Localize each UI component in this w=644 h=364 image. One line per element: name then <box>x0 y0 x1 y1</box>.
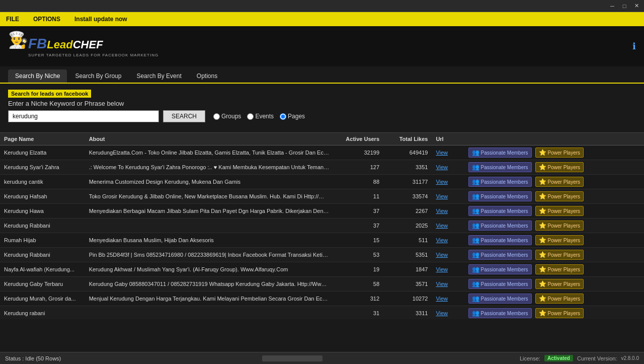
radio-events-input[interactable] <box>247 113 254 120</box>
power-players-button[interactable]: ⭐ Power Players <box>535 221 584 231</box>
cell-url[interactable]: View <box>432 204 462 219</box>
table-row: Kerudung Rabbani Pin Bb 25D84f3f | Sms 0… <box>0 248 644 262</box>
cell-url[interactable]: View <box>432 145 462 160</box>
cell-url[interactable]: View <box>432 248 462 262</box>
passionate-members-button[interactable]: 👥 Passionate Members <box>468 221 532 231</box>
cell-name: Kerudung Gaby Terbaru <box>0 277 85 292</box>
power-label: Power Players <box>548 165 580 170</box>
cell-url[interactable]: View <box>432 160 462 175</box>
cell-url[interactable]: View <box>432 306 462 320</box>
view-link[interactable]: View <box>436 179 448 185</box>
cell-active: 312 <box>333 292 383 306</box>
passionate-label: Passionate Members <box>481 223 528 229</box>
power-players-button[interactable]: ⭐ Power Players <box>535 308 584 318</box>
cell-url[interactable]: View <box>432 219 462 233</box>
cell-actions: 👥 Passionate Members ⭐ Power Players <box>462 145 644 160</box>
view-link[interactable]: View <box>436 193 448 199</box>
cell-url[interactable]: View <box>432 233 462 248</box>
view-link[interactable]: View <box>436 281 448 287</box>
cell-about <box>85 306 334 320</box>
cell-url[interactable]: View <box>432 175 462 189</box>
table-wrapper[interactable]: Page Name About Active Users Total Likes… <box>0 133 644 319</box>
cell-active: 31 <box>333 306 383 320</box>
table-row: Kerudung Hawa Menyediakan Berbagai Macam… <box>0 204 644 219</box>
passionate-icon: 👥 <box>472 164 479 171</box>
radio-groups[interactable]: Groups <box>213 113 241 120</box>
radio-pages[interactable]: Pages <box>280 113 305 120</box>
progress-bar <box>262 355 323 361</box>
passionate-members-button[interactable]: 👥 Passionate Members <box>468 235 532 245</box>
search-button[interactable]: SEARCH <box>163 110 205 122</box>
power-players-button[interactable]: ⭐ Power Players <box>535 177 584 187</box>
passionate-icon: 👥 <box>472 193 479 200</box>
power-players-button[interactable]: ⭐ Power Players <box>535 264 584 274</box>
tab-options[interactable]: Options <box>190 69 224 83</box>
power-icon: ⭐ <box>539 280 546 287</box>
passionate-members-button[interactable]: 👥 Passionate Members <box>468 148 532 158</box>
cell-about: KerudungElzatta.Com - Toko Online Jilbab… <box>85 145 334 160</box>
view-link[interactable]: View <box>436 208 448 214</box>
tab-search-group[interactable]: Search By Group <box>68 69 128 83</box>
power-players-button[interactable]: ⭐ Power Players <box>535 191 584 201</box>
table-row: Nayfa Al-wafiah (Kerudung... Kerudung Ak… <box>0 262 644 277</box>
power-icon: ⭐ <box>539 149 546 156</box>
license-status: Activated <box>544 355 573 361</box>
cell-about: Kerudung Gaby 085880347011 / 08528273191… <box>85 277 334 292</box>
cell-url[interactable]: View <box>432 189 462 204</box>
radio-events[interactable]: Events <box>247 113 274 120</box>
version-label: Current Version: <box>577 355 617 361</box>
info-icon[interactable]: ℹ <box>632 41 636 52</box>
view-link[interactable]: View <box>436 252 448 258</box>
cell-url[interactable]: View <box>432 262 462 277</box>
search-input[interactable] <box>8 110 159 122</box>
cell-about: Menjual Kerudung Dengan Harga Terjangkau… <box>85 292 334 306</box>
cell-name: Kerudung Elzatta <box>0 145 85 160</box>
maximize-button[interactable]: □ <box>619 2 630 11</box>
menu-options[interactable]: OPTIONS <box>31 14 62 24</box>
power-players-button[interactable]: ⭐ Power Players <box>535 235 584 245</box>
passionate-members-button[interactable]: 👥 Passionate Members <box>468 191 532 201</box>
close-button[interactable]: ✕ <box>631 2 642 11</box>
cell-actions: 👥 Passionate Members ⭐ Power Players <box>462 262 644 277</box>
tab-search-niche[interactable]: Search By Niche <box>8 69 67 83</box>
passionate-members-button[interactable]: 👥 Passionate Members <box>468 264 532 274</box>
radio-groups-input[interactable] <box>213 113 220 120</box>
view-link[interactable]: View <box>436 223 448 229</box>
table-row: Kerudung Hafsah Toko Grosir Kerudung & J… <box>0 189 644 204</box>
minimize-button[interactable]: ─ <box>607 2 618 11</box>
passionate-members-button[interactable]: 👥 Passionate Members <box>468 206 532 216</box>
radio-pages-input[interactable] <box>280 113 286 120</box>
menu-file[interactable]: FILE <box>4 14 21 24</box>
power-players-button[interactable]: ⭐ Power Players <box>535 162 584 172</box>
status-left: Status : Idle (50 Rows) <box>5 355 262 361</box>
passionate-icon: 👥 <box>472 251 479 258</box>
menu-update[interactable]: Install update now <box>72 14 129 24</box>
passionate-icon: 👥 <box>472 310 479 317</box>
view-link[interactable]: View <box>436 266 448 272</box>
power-players-button[interactable]: ⭐ Power Players <box>535 206 584 216</box>
status-value: Idle (50 Rows) <box>25 355 61 361</box>
passionate-members-button[interactable]: 👥 Passionate Members <box>468 308 532 318</box>
passionate-icon: 👥 <box>472 149 479 156</box>
passionate-members-button[interactable]: 👥 Passionate Members <box>468 177 532 187</box>
cell-url[interactable]: View <box>432 277 462 292</box>
passionate-members-button[interactable]: 👥 Passionate Members <box>468 294 532 304</box>
view-link[interactable]: View <box>436 164 448 170</box>
power-players-button[interactable]: ⭐ Power Players <box>535 148 584 158</box>
passionate-members-button[interactable]: 👥 Passionate Members <box>468 279 532 289</box>
tab-search-event[interactable]: Search By Event <box>129 69 188 83</box>
view-link[interactable]: View <box>436 237 448 243</box>
view-link[interactable]: View <box>436 310 448 316</box>
col-total-likes: Total Likes <box>383 133 432 145</box>
view-link[interactable]: View <box>436 296 448 302</box>
passionate-members-button[interactable]: 👥 Passionate Members <box>468 162 532 172</box>
power-label: Power Players <box>548 150 580 156</box>
col-active-users: Active Users <box>333 133 383 145</box>
power-icon: ⭐ <box>539 251 546 258</box>
view-link[interactable]: View <box>436 150 448 156</box>
power-players-button[interactable]: ⭐ Power Players <box>535 250 584 260</box>
power-players-button[interactable]: ⭐ Power Players <box>535 279 584 289</box>
cell-url[interactable]: View <box>432 292 462 306</box>
power-players-button[interactable]: ⭐ Power Players <box>535 294 584 304</box>
passionate-members-button[interactable]: 👥 Passionate Members <box>468 250 532 260</box>
